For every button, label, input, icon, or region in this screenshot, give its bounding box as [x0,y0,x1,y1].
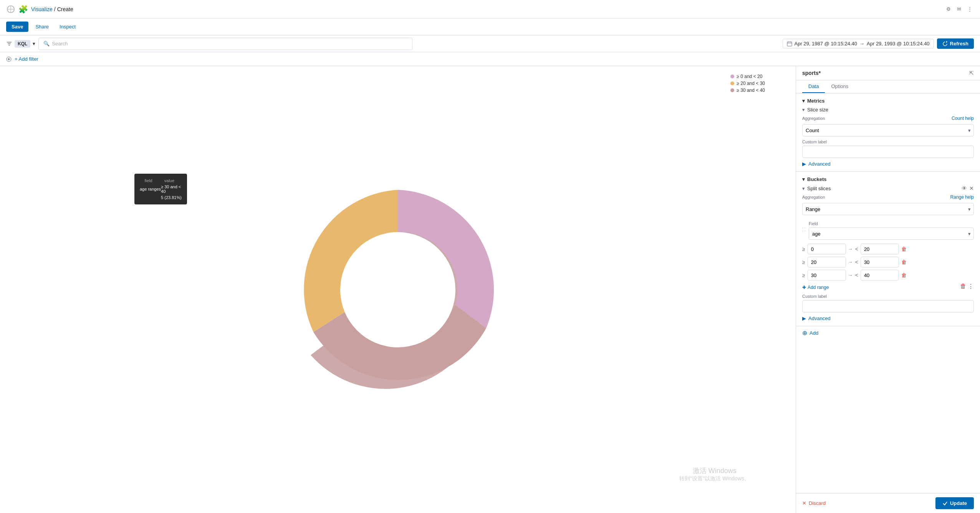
bucket-advanced-label: Advanced [808,315,831,321]
panel-header: sports* ⇱ [796,66,980,80]
add-range-label: Add range [808,285,829,290]
custom-label-label: Custom label [802,139,974,144]
range-gte-2: ≥ [802,272,805,278]
add-button[interactable]: ⊕ Add [796,326,980,340]
metrics-label: Metrics [807,98,825,104]
legend-item-0: ≥ 0 and < 20 [730,74,765,79]
panel-header-actions: ⇱ [969,70,974,76]
bucket-aggregation-select[interactable]: Range [802,203,974,215]
tab-options[interactable]: Options [825,80,854,93]
metrics-section: ▾ Metrics ▾ Slice size Aggregation Count… [796,93,980,172]
bucket-custom-label-label: Custom label [802,294,974,299]
split-slices-row: ▾ Split slices 👁 ✕ [802,185,974,191]
panel-expand-btn[interactable]: ⇱ [969,70,974,76]
range-from-1[interactable] [808,257,846,267]
update-label: Update [950,500,967,506]
bucket-custom-label-input[interactable] [802,300,974,312]
range-lt-1: < [855,259,858,265]
slice-size-label: Slice size [807,107,828,113]
range-drag-icons: 🗑 ⋮ [960,283,974,290]
range-reorder-handle[interactable]: ⋮ [968,283,974,290]
add-icon: ⊕ [802,329,807,337]
field-select[interactable]: age [809,227,974,240]
drag-handle[interactable]: ⋮⋮ [802,226,806,232]
range-to-0[interactable] [861,244,899,254]
svg-rect-5 [8,45,10,46]
breadcrumb-separator: / [54,6,56,12]
add-filter-button[interactable]: + Add filter [15,56,38,62]
range-gte-0: ≥ [802,246,805,252]
search-input[interactable]: 🔍 Search [38,38,412,50]
split-slices-collapse[interactable]: ▾ [802,186,805,191]
date-to: Apr 29, 1993 @ 10:15:24.40 [867,41,930,46]
bucket-advanced-toggle[interactable]: ▶ Advanced [802,315,974,321]
toolbar: Save Share Inspect [0,18,980,35]
date-from: Apr 29, 1987 @ 10:15:24.40 [795,41,858,46]
nav-app-icon: 🧩 [18,5,28,14]
field-select-container: Field age ▾ [809,218,974,240]
app-icon [6,5,15,14]
metrics-advanced-icon: ▶ [802,161,806,167]
legend-label-2: ≥ 30 and < 40 [737,88,765,93]
panel-title: sports* [802,70,821,76]
legend-item-1: ≥ 20 and < 30 [730,81,765,86]
add-range-button[interactable]: ✚ Add range [802,285,829,290]
legend-dot-1 [730,81,734,85]
filter-add-bar: + Add filter [0,52,980,66]
filter-icon [6,41,12,47]
range-help-link[interactable]: Range help [950,194,974,200]
save-button[interactable]: Save [6,22,28,32]
svg-rect-4 [8,43,11,44]
range-delete-1[interactable]: 🗑 [901,259,907,265]
slice-size-collapse[interactable]: ▾ [802,107,805,113]
update-button[interactable]: Update [935,497,974,509]
svg-rect-6 [787,42,792,46]
metrics-title: ▾ Metrics [802,98,974,104]
metrics-advanced-toggle[interactable]: ▶ Advanced [802,161,974,167]
range-to-2[interactable] [861,270,899,281]
date-range-picker[interactable]: Apr 29, 1987 @ 10:15:24.40 → Apr 29, 199… [783,39,934,48]
more-icon-btn[interactable]: ⋮ [966,5,974,13]
range-delete-0[interactable]: 🗑 [901,246,907,252]
bucket-advanced-icon: ▶ [802,315,806,321]
legend-item-2: ≥ 30 and < 40 [730,88,765,93]
remove-bucket-btn[interactable]: ✕ [969,185,974,191]
chart-area: ≥ 0 and < 20 ≥ 20 and < 30 ≥ 30 and < 40 [0,66,796,513]
range-from-2[interactable] [808,270,846,281]
right-panel: sports* ⇱ Data Options ▾ Metrics ▾ Slice… [796,66,980,513]
metrics-collapse-icon[interactable]: ▾ [802,98,805,104]
range-lt-2: < [855,272,858,278]
range-footer: ✚ Add range 🗑 ⋮ [802,283,974,290]
inspect-button[interactable]: Inspect [56,22,79,32]
field-label: Field [809,221,974,226]
panel-spacer [796,340,980,493]
kql-badge: KQL [15,40,30,48]
settings-icon-btn[interactable]: ⚙ [945,5,952,13]
notifications-icon-btn[interactable]: ✉ [955,5,963,13]
buckets-collapse-icon[interactable]: ▾ [802,176,805,182]
discard-button[interactable]: ✕ Discard [802,500,826,506]
share-button[interactable]: Share [31,22,53,32]
aggregation-select[interactable]: Count [802,124,974,136]
range-arrow-1: → [848,259,853,265]
legend-label-0: ≥ 0 and < 20 [737,74,762,79]
range-row-2: ≥ → < 🗑 [802,270,974,281]
aggregation-label: Aggregation [802,116,825,121]
range-drag-handle[interactable]: 🗑 [960,283,966,290]
refresh-button[interactable]: Refresh [937,38,974,49]
range-to-1[interactable] [861,257,899,267]
search-placeholder[interactable]: Search [52,41,68,46]
nav-left: 🧩 Visualize / Create [6,5,73,14]
tab-data[interactable]: Data [802,80,825,93]
kql-chevron[interactable]: ▾ [33,41,35,46]
visibility-icon-btn[interactable]: 👁 [962,185,967,191]
add-label: Add [809,330,818,336]
count-help-link[interactable]: Count help [952,116,974,121]
breadcrumb-visualize[interactable]: Visualize [31,6,53,12]
range-delete-2[interactable]: 🗑 [901,272,907,278]
legend-dot-0 [730,75,734,78]
range-from-0[interactable] [808,244,846,254]
kql-selector[interactable]: KQL ▾ [6,40,35,48]
custom-label-input[interactable] [802,146,974,158]
range-arrow-2: → [848,272,853,278]
